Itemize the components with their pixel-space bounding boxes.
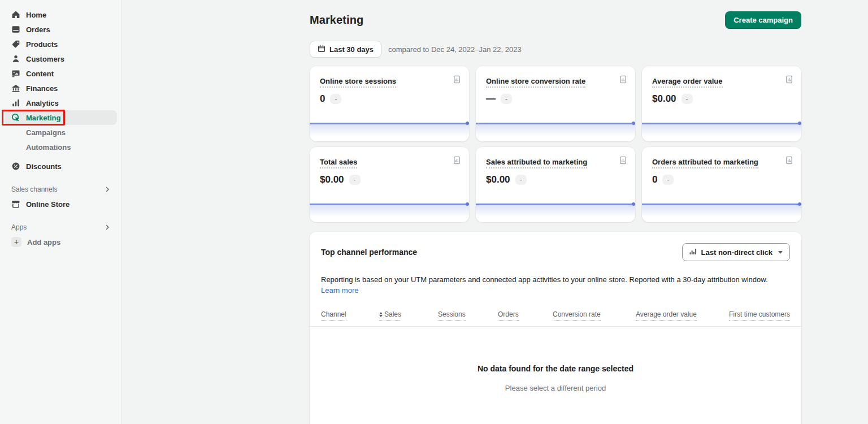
sparkline-chart — [310, 123, 469, 141]
metric-value: 0 — [652, 174, 657, 185]
content-icon — [11, 69, 20, 78]
divider — [310, 326, 801, 327]
sidebar-item-label: Automations — [26, 143, 71, 152]
column-header-sales[interactable]: Sales — [379, 310, 401, 321]
sidebar-item-products[interactable]: Products — [5, 37, 117, 51]
sparkline-endpoint — [466, 122, 469, 125]
sidebar-item-label: Online Store — [26, 200, 70, 209]
section-label: Apps — [11, 223, 27, 231]
sidebar: Home Orders Products Customers Content F… — [0, 0, 122, 424]
metric-title-link[interactable]: Total sales — [320, 158, 357, 168]
metric-card-conversion-rate: Online store conversion rate — - — [476, 66, 635, 141]
storefront-icon — [11, 200, 20, 209]
customers-icon — [11, 54, 20, 63]
attribution-model-label: Last non-direct click — [701, 248, 772, 257]
metric-change-badge: - — [349, 175, 361, 185]
sparkline-chart — [476, 204, 635, 222]
column-header-orders[interactable]: Orders — [498, 310, 519, 321]
report-icon[interactable] — [619, 156, 627, 167]
report-icon[interactable] — [785, 75, 793, 86]
sidebar-item-home[interactable]: Home — [5, 7, 117, 22]
learn-more-link[interactable]: Learn more — [321, 286, 358, 295]
section-label: Sales channels — [11, 185, 57, 193]
metric-value: $0.00 — [320, 174, 344, 185]
metric-change-badge: - — [682, 94, 693, 104]
metric-change-badge: - — [501, 94, 512, 104]
sidebar-item-online-store[interactable]: Online Store — [5, 197, 117, 211]
metric-title-link[interactable]: Average order value — [652, 77, 723, 88]
main-content: Marketing Create campaign Last 30 days c… — [123, 0, 868, 424]
column-header-label: Sales — [384, 310, 401, 318]
sidebar-item-campaigns[interactable]: Campaigns — [5, 125, 117, 140]
panel-title: Top channel performance — [321, 248, 417, 257]
top-channel-panel: Top channel performance Last non-direct … — [310, 232, 801, 424]
metric-value: 0 — [320, 93, 325, 105]
report-icon[interactable] — [785, 156, 793, 167]
metric-title-link[interactable]: Orders attributed to marketing — [652, 158, 758, 168]
sparkline-endpoint — [466, 202, 469, 206]
discounts-icon — [11, 162, 20, 171]
column-header-first-time-customers[interactable]: First time customers — [729, 310, 790, 321]
caret-down-icon — [778, 251, 783, 254]
column-header-conversion-rate[interactable]: Conversion rate — [553, 310, 601, 321]
sidebar-item-finances[interactable]: Finances — [5, 81, 117, 96]
column-header-average-order-value[interactable]: Average order value — [636, 310, 697, 321]
sparkline-endpoint — [798, 202, 801, 206]
plus-icon: + — [11, 237, 21, 247]
mini-bar-chart-icon — [689, 248, 697, 257]
sparkline-chart — [476, 123, 635, 141]
sidebar-item-analytics[interactable]: Analytics — [5, 96, 117, 110]
sidebar-item-label: Orders — [26, 25, 50, 34]
products-icon — [11, 40, 20, 49]
metric-change-badge: - — [662, 175, 674, 185]
finances-icon — [11, 84, 20, 93]
date-range-button[interactable]: Last 30 days — [310, 41, 381, 58]
metric-change-badge: - — [330, 94, 341, 104]
metric-card-total-sales: Total sales $0.00 - — [310, 147, 469, 222]
attribution-model-dropdown[interactable]: Last non-direct click — [682, 243, 790, 261]
sidebar-item-label: Discounts — [26, 162, 62, 171]
date-range-label: Last 30 days — [329, 45, 374, 54]
sidebar-item-label: Products — [26, 40, 58, 49]
metric-value: $0.00 — [652, 93, 676, 105]
sidebar-item-label: Customers — [26, 55, 64, 63]
report-icon[interactable] — [619, 75, 627, 86]
metric-card-online-store-sessions: Online store sessions 0 - — [310, 66, 469, 141]
sidebar-section-sales-channels[interactable]: Sales channels — [5, 182, 117, 197]
sidebar-item-label: Marketing — [26, 114, 60, 122]
report-icon[interactable] — [453, 156, 461, 167]
sidebar-item-discounts[interactable]: Discounts — [5, 159, 117, 174]
home-icon — [11, 10, 20, 19]
metric-title-link[interactable]: Online store sessions — [320, 77, 396, 88]
column-header-sessions[interactable]: Sessions — [438, 310, 466, 321]
marketing-icon — [11, 113, 20, 122]
sidebar-item-orders[interactable]: Orders — [5, 22, 117, 37]
sparkline-endpoint — [632, 122, 635, 125]
orders-icon — [11, 25, 20, 34]
sidebar-item-add-apps[interactable]: + Add apps — [5, 235, 117, 249]
table-header-row: Channel Sales Sessions Orders Conversion… — [321, 310, 790, 321]
metric-title-link[interactable]: Sales attributed to marketing — [486, 158, 587, 168]
calendar-icon — [318, 45, 326, 54]
sparkline-chart — [642, 123, 801, 141]
sidebar-item-content[interactable]: Content — [5, 66, 117, 81]
sidebar-item-marketing[interactable]: Marketing — [5, 110, 117, 125]
sidebar-item-automations[interactable]: Automations — [5, 140, 117, 154]
sidebar-item-customers[interactable]: Customers — [5, 51, 117, 66]
compare-text: compared to Dec 24, 2022–Jan 22, 2023 — [388, 45, 522, 54]
metric-title-link[interactable]: Online store conversion rate — [486, 77, 585, 88]
create-campaign-button[interactable]: Create campaign — [725, 11, 801, 29]
sparkline-endpoint — [632, 202, 635, 206]
sidebar-section-apps[interactable]: Apps — [5, 220, 117, 235]
metric-card-average-order-value: Average order value $0.00 - — [642, 66, 801, 141]
metric-change-badge: - — [515, 175, 527, 185]
sidebar-item-label: Home — [26, 11, 46, 19]
analytics-icon — [11, 98, 20, 107]
panel-description: Reporting is based on your UTM parameter… — [321, 275, 790, 285]
column-header-channel[interactable]: Channel — [321, 310, 346, 321]
sparkline-chart — [642, 204, 801, 222]
metric-value: $0.00 — [486, 174, 510, 185]
report-icon[interactable] — [453, 75, 461, 86]
sparkline-chart — [310, 204, 469, 222]
metric-value: — — [486, 93, 496, 105]
